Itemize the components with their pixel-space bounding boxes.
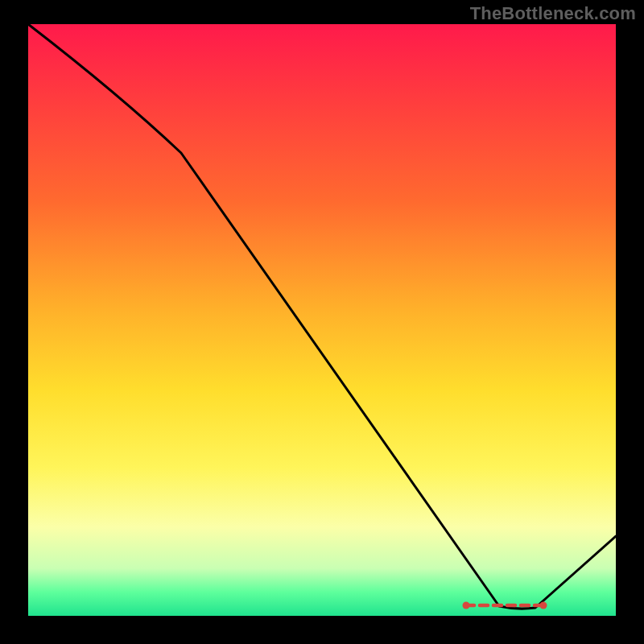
bottleneck-curve [28, 24, 616, 609]
optimal-band-dot-right [540, 602, 547, 609]
chart-frame: TheBottleneck.com [0, 0, 644, 644]
chart-overlay [28, 24, 616, 616]
watermark-text: TheBottleneck.com [470, 3, 636, 24]
plot-area [28, 24, 616, 616]
optimal-band-dot-left [463, 602, 470, 609]
